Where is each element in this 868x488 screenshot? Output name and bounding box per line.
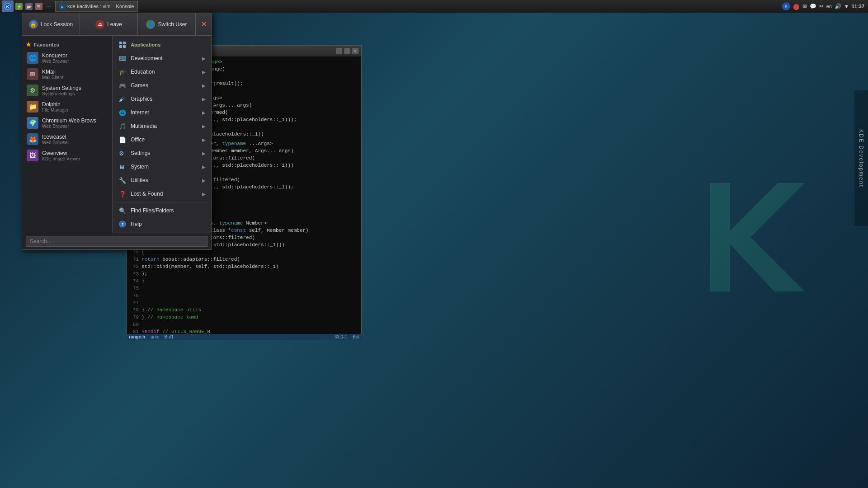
favourite-konqueror[interactable]: 🌐 Konqueror Web Browser <box>22 50 112 66</box>
tray-icon-2[interactable]: ⬤ <box>793 3 800 10</box>
multimedia-arrow: ▶ <box>202 124 206 129</box>
system-icon: 🖥 <box>118 162 127 171</box>
help-button[interactable]: ? Help <box>113 217 211 231</box>
education-icon: 🎓 <box>118 67 127 76</box>
status-scroll: Bot <box>353 334 359 339</box>
switch-user-icon: 👤 <box>146 20 155 29</box>
kde-menu-button[interactable]: K <box>2 0 14 12</box>
taskbar-icon-dots[interactable]: ··· <box>44 2 53 11</box>
utilities-icon: 🔧 <box>118 176 127 185</box>
graphics-icon: 🖌 <box>118 94 127 103</box>
favourite-gwenview[interactable]: 🖼 Gwenview KDE Image Viewer <box>22 147 112 164</box>
svg-text:K: K <box>6 5 9 9</box>
konsole-minimize-button[interactable]: _ <box>336 48 342 54</box>
iceweasel-name: Iceweasel <box>42 134 69 140</box>
tray-icon-4[interactable]: 💬 <box>810 3 816 9</box>
applications-education[interactable]: 🎓 Education ▶ <box>113 65 211 79</box>
applications-panel: Applications ⌨ Development ▶ 🎓 Education… <box>113 36 211 233</box>
konsole-maximize-button[interactable]: □ <box>344 48 350 54</box>
kmail-icon: ✉ <box>27 68 38 80</box>
system-settings-desc: System Settings <box>42 91 81 96</box>
svg-text:🌐: 🌐 <box>119 109 126 116</box>
applications-utilities[interactable]: 🔧 Utilities ▶ <box>113 174 211 187</box>
clock: 11:37 <box>852 4 864 9</box>
taskbar-left: K ⚡ 📂 🔍 ··· ▶ kde-kactivities : vim – Ko… <box>0 0 138 12</box>
office-label: Office <box>131 136 198 143</box>
taskbar-konsole-app[interactable]: ▶ kde-kactivities : vim – Konsole <box>55 1 138 12</box>
tray-icon-1[interactable]: K <box>782 2 790 10</box>
applications-lost-found[interactable]: ❓ Lost & Found ▶ <box>113 187 211 201</box>
favourite-dolphin[interactable]: 📁 Dolphin File Manager <box>22 99 112 115</box>
applications-games[interactable]: 🎮 Games ▶ <box>113 79 211 92</box>
menu-divider-1 <box>116 202 208 202</box>
development-arrow: ▶ <box>202 56 206 61</box>
chromium-desc: Web Browser <box>42 124 96 129</box>
svg-text:🎮: 🎮 <box>119 82 126 89</box>
utilities-label: Utilities <box>131 177 198 183</box>
education-label: Education <box>131 69 198 75</box>
svg-text:🖥: 🖥 <box>119 164 125 170</box>
office-arrow: ▶ <box>202 137 206 142</box>
tray-icon-5[interactable]: ✂ <box>819 3 824 9</box>
tray-icon-3[interactable]: ✉ <box>802 3 807 9</box>
find-files-button[interactable]: 🔍 Find Files/Folders <box>113 204 211 217</box>
lang-indicator[interactable]: en <box>826 4 832 9</box>
iceweasel-icon: 🦊 <box>27 133 38 145</box>
system-arrow: ▶ <box>202 164 206 169</box>
close-icon: ✕ <box>201 20 207 28</box>
taskbar-icon-1[interactable]: ⚡ <box>14 2 24 11</box>
system-settings-name: System Settings <box>42 85 81 91</box>
leave-label: Leave <box>107 21 122 28</box>
internet-icon: 🌐 <box>118 108 127 117</box>
applications-development[interactable]: ⌨ Development ▶ <box>113 52 211 65</box>
games-arrow: ▶ <box>202 83 206 88</box>
konsole-close-button[interactable]: ✕ <box>352 48 359 54</box>
favourite-chromium[interactable]: 🌍 Chromium Web Brows Web Browser <box>22 115 112 131</box>
dolphin-icon: 📁 <box>27 101 38 113</box>
gwenview-desc: KDE Image Viewer <box>42 156 80 161</box>
kde-development-sidebar: KDE Development <box>854 90 868 226</box>
favourites-star-icon: ★ <box>26 41 31 48</box>
favourite-iceweasel[interactable]: 🦊 Iceweasel Web Browser <box>22 131 112 147</box>
applications-label: Applications <box>131 42 160 47</box>
development-icon: ⌨ <box>118 54 127 63</box>
favourites-label: Favourites <box>34 42 59 47</box>
volume-icon[interactable]: 🔊 <box>835 3 841 9</box>
search-input[interactable] <box>26 236 208 247</box>
utilities-arrow: ▶ <box>202 178 206 183</box>
svg-text:❓: ❓ <box>119 190 126 197</box>
find-files-label: Find Files/Folders <box>131 207 206 214</box>
games-icon: 🎮 <box>118 81 127 90</box>
applications-header: Applications <box>113 38 211 52</box>
lost-found-label: Lost & Found <box>131 191 198 197</box>
applications-multimedia[interactable]: 🎵 Multimedia ▶ <box>113 119 211 133</box>
application-menu: 🔒 Lock Session ⏏ Leave 👤 Switch User ✕ ★… <box>22 13 212 250</box>
lock-session-button[interactable]: 🔒 Lock Session <box>22 13 80 35</box>
vim-status-bar: range.h unix Buf1 33,0-1 Bot <box>127 334 361 340</box>
dolphin-name: Dolphin <box>42 101 68 108</box>
svg-rect-12 <box>119 45 122 48</box>
applications-system[interactable]: 🖥 System ▶ <box>113 160 211 174</box>
settings-icon: ⚙ <box>118 149 127 158</box>
leave-button[interactable]: ⏏ Leave <box>80 13 138 35</box>
applications-office[interactable]: 📄 Office ▶ <box>113 133 211 146</box>
taskbar-icon-2[interactable]: 📂 <box>24 2 33 11</box>
menu-top-bar: 🔒 Lock Session ⏏ Leave 👤 Switch User ✕ <box>22 13 211 36</box>
menu-close-button[interactable]: ✕ <box>196 13 211 35</box>
favourite-system-settings[interactable]: ⚙ System Settings System Settings <box>22 82 112 99</box>
applications-settings[interactable]: ⚙ Settings ▶ <box>113 146 211 160</box>
svg-text:🎓: 🎓 <box>119 68 126 75</box>
kmail-desc: Mail Client <box>42 75 63 80</box>
svg-text:⌨: ⌨ <box>119 55 126 62</box>
svg-text:?: ? <box>121 222 124 227</box>
konsole-window-controls: _ □ ✕ <box>336 48 359 54</box>
switch-user-button[interactable]: 👤 Switch User <box>138 13 196 35</box>
system-label: System <box>131 164 198 170</box>
favourites-panel: ★ Favourites 🌐 Konqueror Web Browser ✉ K… <box>22 36 113 233</box>
menu-body: ★ Favourites 🌐 Konqueror Web Browser ✉ K… <box>22 36 211 233</box>
taskbar-icon-3[interactable]: 🔍 <box>34 2 43 11</box>
gwenview-name: Gwenview <box>42 150 80 156</box>
applications-graphics[interactable]: 🖌 Graphics ▶ <box>113 92 211 106</box>
favourite-kmail[interactable]: ✉ KMail Mail Client <box>22 66 112 82</box>
applications-internet[interactable]: 🌐 Internet ▶ <box>113 106 211 119</box>
